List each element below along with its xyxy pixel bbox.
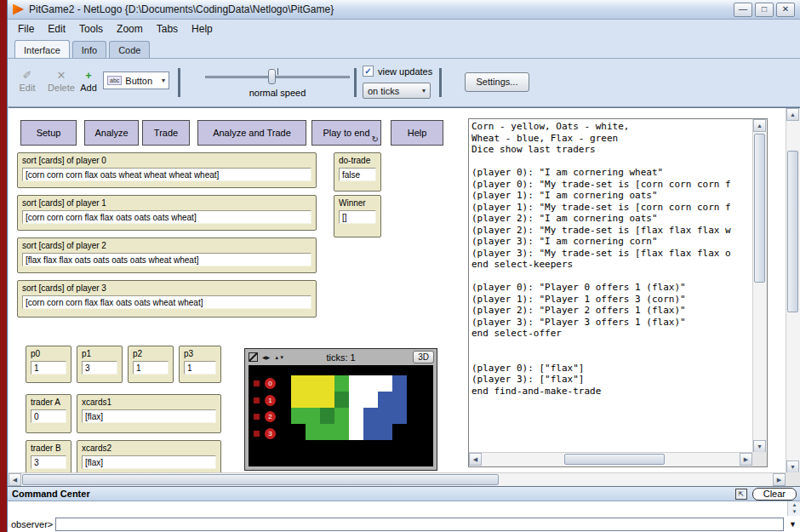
- output-horizontal-scrollbar[interactable]: ◀ ▶: [469, 452, 752, 466]
- view-updates-checkbox[interactable]: ✓ view updates: [363, 66, 432, 77]
- monitor-player0-cards: sort [cards] of player 0 [corn corn corn…: [17, 152, 317, 188]
- update-mode-label: on ticks: [368, 86, 399, 96]
- play-to-end-button[interactable]: Play to end ↻: [311, 120, 381, 146]
- minimize-button[interactable]: —: [734, 3, 752, 17]
- patch-cell: [306, 424, 320, 440]
- chevron-down-icon: ▾: [162, 77, 165, 84]
- monitor-player1-cards: sort [cards] of player 1 [corn corn corn…: [17, 195, 317, 231]
- patch-cell: [291, 408, 306, 424]
- menu-tabs[interactable]: Tabs: [150, 20, 185, 37]
- split-command-center-icon[interactable]: ⇱: [735, 489, 747, 500]
- command-center-title: Command Center: [12, 489, 730, 499]
- scrollbar-thumb[interactable]: [787, 151, 798, 312]
- patch-cell: [378, 375, 392, 392]
- scrollbar-thumb[interactable]: [22, 474, 499, 485]
- widget-type-selector[interactable]: abc Button ▾: [103, 72, 169, 89]
- title-bar[interactable]: PitGame2 - NetLogo {D:\Documents\CodingD…: [8, 0, 800, 20]
- scroll-down-icon[interactable]: ▼: [753, 440, 766, 453]
- scroll-right-icon[interactable]: ▶: [740, 453, 752, 466]
- command-center-scrollbar[interactable]: ▲ ▼: [787, 501, 800, 516]
- patch-cell: [320, 424, 334, 440]
- monitor-label: p0: [31, 349, 66, 358]
- scroll-right-icon[interactable]: ▶: [773, 473, 786, 486]
- play-to-end-label: Play to end: [323, 128, 369, 138]
- monitor-xcards2: xcards2 [flax]: [77, 440, 221, 473]
- output-vertical-scrollbar[interactable]: ▲ ▼: [752, 119, 767, 453]
- clear-button[interactable]: Clear: [752, 488, 797, 501]
- settings-button[interactable]: Settings...: [465, 72, 529, 92]
- monitor-value: [corn corn corn flax oats wheat wheat wh…: [22, 168, 311, 181]
- monitor-trader-b: trader B 3: [26, 440, 71, 473]
- monitor-value: 1: [133, 361, 169, 375]
- command-center: Command Center ⇱ Clear ▲ ▼ observer> ▼: [8, 486, 800, 532]
- scrollbar-thumb[interactable]: [564, 454, 665, 465]
- scroll-down-icon[interactable]: ▼: [786, 460, 799, 473]
- trade-label: Trade: [154, 128, 178, 138]
- menu-help[interactable]: Help: [185, 20, 220, 37]
- delete-widget-button[interactable]: ✕ Delete: [43, 69, 79, 93]
- check-icon[interactable]: ✓: [363, 66, 374, 77]
- help-button[interactable]: Help: [391, 120, 443, 146]
- patch-cell: [306, 408, 320, 424]
- scroll-up-icon[interactable]: ▲: [786, 108, 799, 121]
- ticks-counter: ticks: 1: [245, 352, 437, 363]
- trade-button[interactable]: Trade: [142, 120, 190, 146]
- monitor-label: trader B: [31, 443, 66, 453]
- command-history-icon[interactable]: ▼: [786, 520, 799, 529]
- monitor-label: p1: [82, 349, 117, 358]
- tab-interface[interactable]: Interface: [14, 40, 70, 58]
- monitor-value: [corn corn corn flax flax oats oats oats…: [22, 210, 311, 224]
- command-input[interactable]: [55, 518, 784, 531]
- patch-cell: [291, 424, 306, 440]
- world-canvas[interactable]: 0123: [249, 365, 433, 466]
- monitor-player3-cards: sort [cards] of player 3 [corn corn corn…: [17, 280, 317, 317]
- menu-file[interactable]: File: [11, 20, 41, 37]
- speed-slider-thumb[interactable]: [268, 69, 276, 84]
- add-widget-button[interactable]: + Add: [76, 69, 101, 93]
- main-vertical-scrollbar[interactable]: ▲ ▼: [786, 108, 800, 473]
- scroll-up-icon[interactable]: ▲: [753, 119, 766, 132]
- maximize-button[interactable]: □: [755, 3, 774, 17]
- analyze-and-trade-button[interactable]: Analyze and Trade: [197, 120, 306, 146]
- menu-tools[interactable]: Tools: [72, 20, 110, 37]
- analyze-button[interactable]: Analyze: [84, 120, 139, 146]
- speed-slider-track[interactable]: [205, 76, 350, 78]
- tab-bar: Interface Info Code: [8, 38, 800, 59]
- monitor-label: sort [cards] of player 0: [22, 156, 311, 165]
- patch-cell: [392, 375, 407, 392]
- speed-slider-center-tick: [277, 68, 278, 75]
- patch-cell: [291, 392, 306, 408]
- player-turtle: 2: [265, 411, 276, 422]
- help-label: Help: [408, 128, 427, 138]
- monitor-value: 3: [82, 361, 117, 375]
- monitor-value: 3: [31, 455, 66, 469]
- setup-button[interactable]: Setup: [20, 120, 77, 146]
- die-marker: [254, 380, 260, 386]
- monitor-label: do-trade: [339, 156, 376, 165]
- update-mode-dropdown[interactable]: on ticks ▾: [363, 83, 431, 99]
- menu-edit[interactable]: Edit: [41, 20, 72, 37]
- output-text: Corn - yellow, Oats - white, Wheat - blu…: [471, 121, 751, 450]
- monitor-p0: p0 1: [26, 346, 71, 383]
- menu-bar: File Edit Tools Zoom Tabs Help: [8, 20, 800, 38]
- menu-zoom[interactable]: Zoom: [110, 20, 150, 37]
- tab-code[interactable]: Code: [109, 41, 150, 58]
- player-turtle: 3: [265, 428, 276, 439]
- edit-widget-button[interactable]: ✐ Edit: [13, 69, 42, 93]
- patch-cell: [392, 408, 407, 424]
- monitor-value: 1: [184, 361, 216, 375]
- monitor-value: []: [339, 210, 376, 224]
- view-3d-button[interactable]: 3D: [413, 351, 434, 363]
- speed-slider[interactable]: [205, 67, 350, 86]
- scroll-up-icon[interactable]: ▲: [788, 501, 800, 508]
- main-horizontal-scrollbar[interactable]: ◀ ▶: [9, 472, 786, 487]
- close-button[interactable]: ✕: [776, 3, 795, 17]
- scroll-down-icon[interactable]: ▼: [788, 508, 800, 515]
- netlogo-window: PitGame2 - NetLogo {D:\Documents\CodingD…: [7, 0, 800, 532]
- scrollbar-thumb[interactable]: [754, 134, 765, 283]
- scroll-left-icon[interactable]: ◀: [469, 453, 482, 466]
- scroll-left-icon[interactable]: ◀: [9, 473, 21, 486]
- patch-cell: [320, 392, 334, 408]
- tab-info[interactable]: Info: [72, 41, 106, 58]
- patch-cell: [320, 375, 334, 392]
